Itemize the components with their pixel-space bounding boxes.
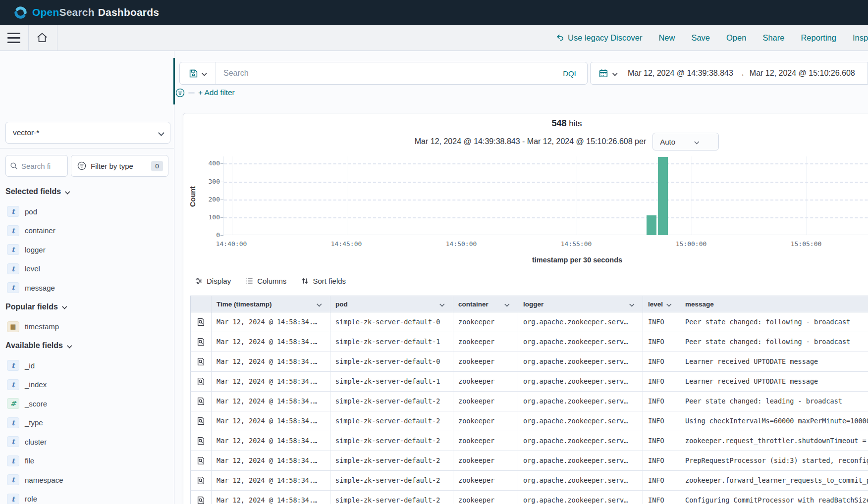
date-quick-select-button[interactable] xyxy=(599,69,617,78)
use-legacy-discover-link[interactable]: Use legacy Discover xyxy=(556,33,642,43)
field-item[interactable]: t namespace xyxy=(0,470,174,490)
histogram-bar[interactable] xyxy=(647,215,656,235)
date-from[interactable]: Mar 12, 2024 @ 14:39:38.843 xyxy=(628,69,733,78)
field-type-badge: t xyxy=(7,282,19,293)
display-button[interactable]: Display xyxy=(195,277,231,285)
x-tick-label: 14:45:00 xyxy=(324,240,369,248)
cell-container: zookeeper xyxy=(453,332,518,352)
chevron-down-icon[interactable] xyxy=(317,302,321,305)
nav-action-link[interactable]: Share xyxy=(762,33,784,43)
table-row: Mar 12, 2024 @ 14:58:34.… simple-zk-serv… xyxy=(190,451,868,471)
chevron-down-icon xyxy=(695,140,698,143)
field-search-input[interactable] xyxy=(21,162,56,170)
home-icon[interactable] xyxy=(36,31,50,45)
field-item[interactable]: t message xyxy=(0,278,174,298)
hits-number: 548 xyxy=(551,118,566,128)
field-name: logger xyxy=(25,246,46,254)
nav-action-link[interactable]: Open xyxy=(726,33,746,43)
inspect-icon xyxy=(197,397,205,405)
inspect-document-button[interactable] xyxy=(191,312,212,332)
chevron-down-icon xyxy=(202,71,205,75)
inspect-document-button[interactable] xyxy=(191,392,212,411)
date-to[interactable]: Mar 12, 2024 @ 15:10:26.608 xyxy=(750,69,855,78)
chart-subtitle-row: Mar 12, 2024 @ 14:39:38.843 - Mar 12, 20… xyxy=(183,133,868,151)
field-item[interactable]: t pod xyxy=(0,202,174,221)
inspect-document-button[interactable] xyxy=(191,431,212,451)
cell-pod: simple-zk-server-default-2 xyxy=(330,491,453,504)
field-type-badge: t xyxy=(7,360,19,371)
opensearch-logo[interactable]: OpenSearchDashboards xyxy=(14,6,159,19)
columns-label: Columns xyxy=(257,277,286,285)
hits-count: 548 hits xyxy=(183,118,868,129)
inspect-document-button[interactable] xyxy=(191,471,212,490)
add-filter-button[interactable]: + Add filter xyxy=(198,88,235,97)
brand-text: OpenSearchDashboards xyxy=(32,6,159,18)
filter-by-type-label: Filter by type xyxy=(91,162,133,170)
column-header-container[interactable]: container xyxy=(453,296,518,312)
chevron-down-icon[interactable] xyxy=(667,302,670,305)
cell-pod: simple-zk-server-default-2 xyxy=(330,471,453,490)
histogram-chart[interactable] xyxy=(223,156,868,235)
field-item[interactable]: t level xyxy=(0,259,174,279)
column-header-message[interactable]: message xyxy=(680,296,868,312)
field-item[interactable]: t logger xyxy=(0,240,174,259)
nav-action-link[interactable]: Inspect xyxy=(853,33,868,43)
query-language-button[interactable]: DQL xyxy=(554,69,587,78)
inspect-document-button[interactable] xyxy=(191,332,212,352)
field-item[interactable]: t container xyxy=(0,221,174,241)
chevron-down-icon xyxy=(65,190,69,193)
selected-fields-list: t pod t container t logger t level t mes… xyxy=(0,202,174,298)
column-header-level[interactable]: level xyxy=(643,296,680,312)
histogram-bar[interactable] xyxy=(658,157,668,235)
field-item[interactable]: t cluster xyxy=(0,432,174,452)
search-input[interactable] xyxy=(216,69,554,78)
chevron-down-icon[interactable] xyxy=(505,302,508,305)
field-item[interactable]: t _index xyxy=(0,375,174,395)
available-fields-heading[interactable]: Available fields xyxy=(5,339,174,352)
field-name: level xyxy=(25,264,40,273)
cell-logger: org.apache.zookeeper.serv… xyxy=(518,312,643,332)
cell-logger: org.apache.zookeeper.serv… xyxy=(518,352,643,371)
table-body: Mar 12, 2024 @ 14:58:34.… simple-zk-serv… xyxy=(190,312,868,504)
column-header-logger[interactable]: logger xyxy=(518,296,643,312)
column-header-pod[interactable]: pod xyxy=(330,296,453,312)
menu-icon[interactable] xyxy=(6,32,21,44)
popular-fields-heading[interactable]: Popular fields xyxy=(5,301,174,313)
inspect-document-button[interactable] xyxy=(191,352,212,371)
cell-container: zookeeper xyxy=(453,372,518,391)
column-header-label: level xyxy=(648,301,663,308)
column-header-time[interactable]: Time (timestamp) xyxy=(212,296,330,312)
saved-queries-button[interactable] xyxy=(180,62,216,84)
columns-button[interactable]: Columns xyxy=(246,277,286,285)
field-name: cluster xyxy=(25,438,47,446)
filter-by-type-button[interactable]: Filter by type 0 xyxy=(71,155,168,177)
field-item[interactable]: t file xyxy=(0,452,174,471)
field-item[interactable]: t role xyxy=(0,490,174,504)
field-item[interactable]: t _id xyxy=(0,356,174,375)
field-item[interactable]: t _type xyxy=(0,413,174,433)
interval-select[interactable]: Auto xyxy=(652,133,719,151)
field-type-badge: t xyxy=(7,263,19,274)
sort-fields-button[interactable]: Sort fields xyxy=(301,277,346,285)
inspect-document-button[interactable] xyxy=(191,491,212,504)
cell-pod: simple-zk-server-default-2 xyxy=(330,431,453,451)
nav-action-link[interactable]: Save xyxy=(691,33,710,43)
index-pattern-select[interactable]: vector-* xyxy=(5,122,170,144)
cell-time: Mar 12, 2024 @ 14:58:34.… xyxy=(212,332,330,352)
sidebar-resizer[interactable] xyxy=(173,58,175,104)
inspect-document-button[interactable] xyxy=(191,411,212,431)
field-type-badge: t xyxy=(7,417,19,428)
nav-action-link[interactable]: New xyxy=(658,33,675,43)
nav-action-link[interactable]: Reporting xyxy=(801,33,836,43)
field-item[interactable]: # _score xyxy=(0,394,174,413)
cell-message: Learner received UPTODATE message xyxy=(680,372,868,391)
field-item[interactable]: ▦ timestamp xyxy=(0,317,174,337)
control-column-header xyxy=(191,296,212,312)
cell-message: Using checkIntervalMs=60000 maxPerMinute… xyxy=(680,411,868,431)
inspect-document-button[interactable] xyxy=(191,451,212,470)
chevron-down-icon[interactable] xyxy=(440,302,443,305)
table-toolbar: Display Columns Sort fields xyxy=(195,277,346,285)
inspect-document-button[interactable] xyxy=(191,372,212,391)
selected-fields-heading[interactable]: Selected fields xyxy=(5,185,174,198)
chevron-down-icon[interactable] xyxy=(630,302,633,305)
